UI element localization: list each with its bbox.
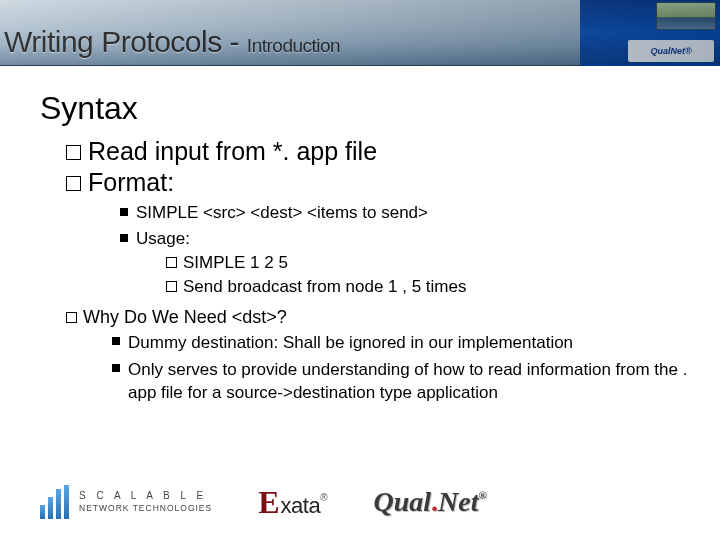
title-sep: - [222,25,247,58]
bars-icon [40,485,69,519]
filled-square-icon [120,208,128,216]
registered-icon: ® [479,489,487,501]
bullet-text: SIMPLE <src> <dest> <items to send> [136,203,428,222]
filled-square-icon [112,364,120,372]
header-thumbnail [656,2,716,30]
bullet-text: Format: [88,168,174,196]
section-heading: Syntax [40,90,692,127]
bullet-why-dst: Why Do We Need <dst>? [66,307,692,328]
bullet-text: Usage: [136,229,190,248]
slide-body: Syntax Read input from *. app file Forma… [0,70,720,540]
bullet-explain: Send broadcast from node 1 , 5 times [166,277,692,297]
qualnet-b: Net [438,486,478,517]
footer-logos: S C A L A B L E NETWORK TECHNOLOGIES Exa… [40,478,700,526]
bullet-text: Send broadcast from node 1 , 5 times [183,277,467,296]
hollow-box-icon [166,257,177,268]
scalable-line2: NETWORK TECHNOLOGIES [79,503,212,514]
exata-e: E [258,484,279,521]
bullet-text: Why Do We Need <dst>? [83,307,287,327]
bullet-only-serves: Only serves to provide understanding of … [112,359,692,405]
bullet-text: SIMPLE 1 2 5 [183,253,288,272]
hollow-box-icon [66,176,81,191]
bullet-example: SIMPLE 1 2 5 [166,253,692,273]
exata-rest: xata [281,493,321,519]
bullet-usage: Usage: [120,229,692,249]
hollow-box-icon [166,281,177,292]
exata-logo: Exata® [258,484,327,521]
bullet-simple-syntax: SIMPLE <src> <dest> <items to send> [120,203,692,223]
title-main: Writing Protocols [4,25,222,58]
header-logo: QualNet® [628,40,714,62]
bullet-read-input: Read input from *. app file [66,137,692,166]
header-corner: QualNet® [580,0,720,66]
bullet-text: Dummy destination: Shall be ignored in o… [128,332,692,355]
filled-square-icon [120,234,128,242]
title-sub: Introduction [247,35,340,56]
scalable-logo-text: S C A L A B L E NETWORK TECHNOLOGIES [79,490,212,513]
scalable-logo: S C A L A B L E NETWORK TECHNOLOGIES [40,485,212,519]
bullet-format: Format: [66,168,692,197]
bullet-text: Read input from *. app file [88,137,377,165]
slide-title: Writing Protocols - Introduction [4,25,340,59]
registered-icon: ® [320,492,327,503]
hollow-box-icon [66,312,77,323]
slide: Writing Protocols - Introduction QualNet… [0,0,720,540]
bullet-text: Only serves to provide understanding of … [128,359,692,405]
qualnet-a: Qual [374,486,432,517]
qualnet-logo: Qual.Net® [374,486,487,518]
filled-square-icon [112,337,120,345]
scalable-line1: S C A L A B L E [79,490,212,503]
header-bar: Writing Protocols - Introduction QualNet… [0,0,720,66]
hollow-box-icon [66,145,81,160]
bullet-dummy-dst: Dummy destination: Shall be ignored in o… [112,332,692,355]
